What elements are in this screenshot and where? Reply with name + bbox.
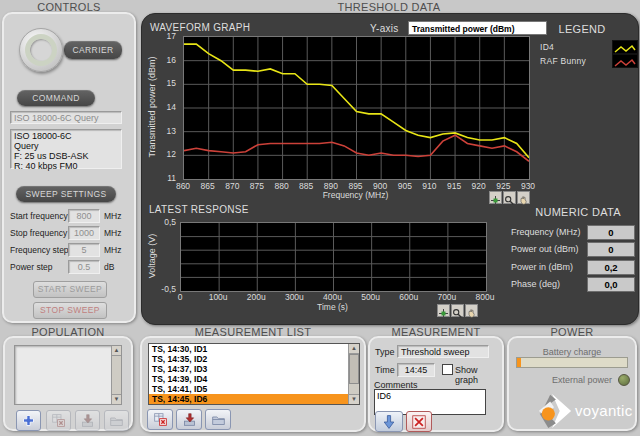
measurement-list-item[interactable]: TS, 14:39, ID4 (149, 374, 349, 384)
command-header: COMMAND (17, 90, 95, 106)
population-add-button[interactable] (16, 410, 41, 431)
crosshair-icon[interactable] (437, 304, 450, 317)
carrier-button[interactable] (19, 28, 63, 72)
scroll-up-icon[interactable]: ▲ (349, 344, 359, 354)
measurement-list-item[interactable]: TS, 14:41, ID5 (149, 384, 349, 394)
population-open-button[interactable] (104, 410, 129, 431)
population-save-button[interactable] (75, 410, 100, 431)
folder-icon (211, 412, 226, 427)
numeric-power-in-value: 0,2 (587, 260, 635, 275)
scroll-up-icon[interactable]: ▲ (112, 346, 121, 356)
start-sweep-button[interactable]: START SWEEP (33, 281, 107, 298)
stop-frequency-unit: MHz (104, 228, 121, 238)
numeric-data-title: NUMERIC DATA (528, 206, 628, 218)
tick-label: 12 (142, 149, 176, 159)
time-label: Time (375, 365, 395, 375)
measurement-open-button[interactable] (205, 409, 231, 430)
measurement-list-item[interactable]: TS, 14:45, ID6 (149, 394, 349, 404)
waveform-ytick-labels: 17161514131211 (142, 36, 180, 178)
measurement-list-item[interactable]: TS, 14:35, ID2 (149, 354, 349, 364)
stop-frequency-field[interactable]: 1000 (68, 226, 100, 240)
tick-label: 300u (281, 292, 307, 302)
measurement-delete-button[interactable] (147, 409, 173, 430)
legend-swatch-id4[interactable] (612, 40, 638, 54)
command-details-box: ISO 18000-6C Query F: 25 us DSB-ASK R: 4… (10, 129, 122, 169)
controls-panel: CARRIER COMMAND ISO 18000-6C Query ISO 1… (2, 12, 136, 323)
legend-title: LEGEND (552, 23, 612, 35)
type-dropdown[interactable]: Threshold sweep (397, 345, 489, 358)
legend-swatch-raf-bunny[interactable] (612, 54, 638, 68)
crosshair-icon[interactable] (489, 191, 502, 204)
tick-label: 15 (142, 78, 176, 88)
battery-charge-label: Battery charge (509, 347, 635, 357)
latest-ytick-top: 0,5 (142, 217, 176, 227)
measurement-save-button[interactable] (176, 409, 202, 430)
voyantic-brand-text: voyantic (575, 402, 632, 419)
legend-item-raf-bunny: RAF Bunny (540, 56, 586, 66)
tick-label: 800u (472, 292, 498, 302)
carrier-label: CARRIER (64, 41, 122, 59)
type-label: Type (375, 347, 395, 357)
measurement-list-scrollbar[interactable]: ▲ ▼ (348, 344, 359, 404)
yaxis-label: Y-axis (370, 23, 399, 34)
external-power-led (618, 374, 630, 386)
save-icon (80, 413, 95, 428)
tick-label: 100u (205, 292, 231, 302)
power-step-label: Power step (10, 262, 53, 272)
measurement-list-item[interactable]: TS, 14:30, ID1 (149, 344, 349, 354)
app-window: CONTROLS CARRIER COMMAND ISO 18000-6C Qu… (0, 0, 640, 436)
tick-label: 13 (142, 126, 176, 136)
tick-label: 600u (396, 292, 422, 302)
pan-hand-icon[interactable] (517, 191, 530, 204)
yaxis-dropdown[interactable]: Transmitted power (dBm) (408, 21, 547, 35)
zoom-icon[interactable] (503, 191, 516, 204)
save-icon (182, 412, 197, 427)
scrollbar-thumb[interactable] (349, 354, 359, 384)
numeric-phase-label: Phase (deg) (511, 279, 560, 289)
measurement-list-item[interactable]: TS, 14:37, ID3 (149, 364, 349, 374)
zoom-icon[interactable] (451, 304, 464, 317)
latest-response-plot (180, 222, 487, 292)
numeric-power-out-label: Power out (dBm) (511, 244, 579, 254)
measurement-list-panel: TS, 14:30, ID1TS, 14:35, ID2TS, 14:37, I… (140, 336, 366, 432)
battery-fill (517, 358, 521, 367)
external-power-label: External power (509, 375, 612, 385)
voyantic-logo-icon (535, 392, 573, 430)
delete-icon (51, 413, 66, 428)
battery-charge-bar (516, 357, 628, 368)
numeric-power-in-label: Power in (dBm) (511, 262, 573, 272)
tick-label: 200u (243, 292, 269, 302)
frequency-step-label: Frequency step (10, 245, 69, 255)
time-field[interactable]: 14:45 (397, 363, 435, 377)
down-arrow-icon (381, 414, 397, 430)
command-preset-dropdown[interactable]: ISO 18000-6C Query (10, 111, 122, 124)
discard-measurement-button[interactable] (406, 411, 432, 432)
plus-icon (21, 413, 36, 428)
frequency-step-field[interactable]: 5 (68, 243, 100, 257)
scroll-down-icon[interactable]: ▼ (349, 394, 359, 404)
latest-response-title: LATEST RESPONSE (149, 204, 249, 215)
show-graph-label: Show graph (455, 365, 502, 385)
show-graph-checkbox[interactable] (442, 364, 453, 375)
start-frequency-label: Start frequency (10, 211, 68, 221)
power-step-unit: dB (104, 262, 114, 272)
population-delete-button[interactable] (46, 410, 71, 431)
numeric-frequency-value: 0 (587, 225, 635, 240)
threshold-data-title: THRESHOLD DATA (141, 1, 637, 13)
tick-label: 14 (142, 102, 176, 112)
latest-graph-palette (437, 304, 478, 317)
stop-sweep-button[interactable]: STOP SWEEP (33, 302, 107, 319)
waveform-xlabel: Frequency (MHz) (183, 190, 528, 200)
power-step-field[interactable]: 0.5 (68, 260, 100, 274)
save-measurement-button[interactable] (375, 411, 403, 432)
legend-item-id4: ID4 (540, 42, 554, 52)
start-frequency-field[interactable]: 800 (68, 209, 100, 223)
pan-hand-icon[interactable] (465, 304, 478, 317)
tick-label: 17 (142, 31, 176, 41)
measurement-listbox[interactable]: TS, 14:30, ID1TS, 14:35, ID2TS, 14:37, I… (148, 343, 360, 405)
stop-frequency-label: Stop frequency (10, 228, 67, 238)
tick-label: 0 (167, 292, 193, 302)
population-listbox[interactable]: ▲ ▼ (14, 345, 122, 405)
population-scrollbar[interactable]: ▲ ▼ (111, 346, 121, 404)
scroll-down-icon[interactable]: ▼ (112, 394, 121, 404)
